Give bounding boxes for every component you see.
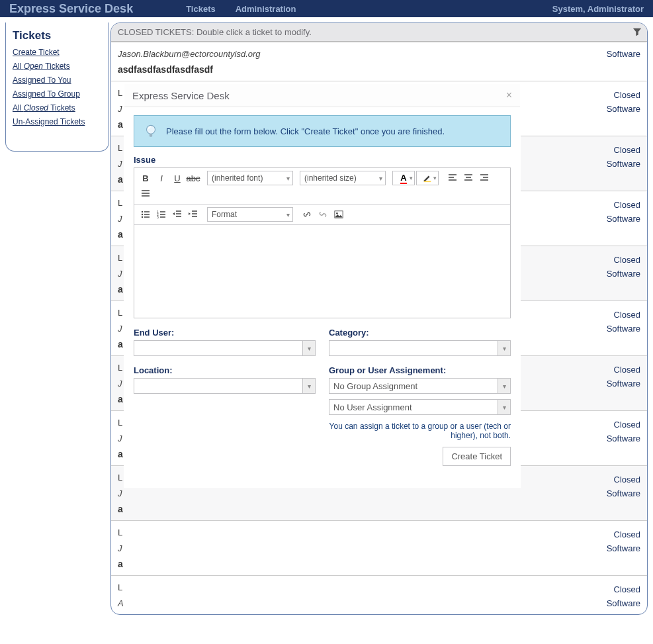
ticket-subject: a [118,449,123,459]
bulb-icon [142,122,159,140]
ticket-email: J [118,434,122,443]
location-select[interactable] [134,378,316,394]
grid-toolbar-text: CLOSED TICKETS: Double click a ticket to… [118,27,312,37]
ticket-category: Software [607,269,640,279]
sidebar-assigned-group[interactable]: Assigned To Group [13,89,102,99]
ticket-subject: a [118,394,123,404]
header-bar: Express Service Desk Tickets Administrat… [0,0,653,17]
sidebar-create-ticket[interactable]: Create Ticket [13,48,102,57]
ticket-status: Closed [614,420,640,430]
ticket-status: Closed [614,584,640,594]
grid-toolbar: CLOSED TICKETS: Double click a ticket to… [111,23,647,42]
rich-text-editor: B I U abc (inherited font) (inherited si… [134,167,511,318]
ticket-subject: asdfasdfasdfasdfasdf [118,64,213,75]
ticket-email: J [118,379,122,389]
nav-tickets[interactable]: Tickets [186,4,216,14]
ticket-status: Closed [614,145,640,155]
ticket-email: J [118,104,122,114]
ticket-subject: a [118,229,123,240]
highlight-color-button[interactable] [416,171,439,185]
link-button[interactable] [300,207,314,222]
ticket-location: L [118,308,122,318]
ticket-status: Closed [614,310,640,320]
ticket-email: Jason.Blackburn@ectorcountyisd.org [118,49,261,59]
notice-box: Please fill out the form below. Click "C… [134,115,511,147]
ticket-category: Software [607,598,640,608]
svg-rect-1 [150,134,152,136]
group-assignment-label: Group or User Assignement: [329,365,511,375]
sidebar-title: Tickets [13,29,102,42]
ticket-subject: a [118,504,123,514]
font-select[interactable]: (inherited font) [207,171,293,185]
ticket-category: Software [607,324,640,334]
filter-icon[interactable] [632,27,642,36]
sidebar-unassigned[interactable]: Un-Assigned Tickets [13,117,102,126]
align-justify-button[interactable] [138,187,153,201]
ticket-category: Software [607,159,640,169]
brand-title: Express Service Desk [9,2,133,16]
ticket-status: Closed [614,365,640,375]
indent-button[interactable] [186,207,200,222]
ticket-category: Software [607,104,640,114]
notice-text: Please fill out the form below. Click "C… [166,126,445,136]
align-center-button[interactable] [461,171,476,185]
ticket-email: A [118,598,124,608]
align-right-button[interactable] [477,171,492,185]
ticket-subject: a [118,284,123,295]
group-select[interactable]: No Group Assignment [329,378,511,394]
end-user-select[interactable] [134,340,316,356]
sidebar-all-closed[interactable]: All Closed Tickets [13,103,102,113]
svg-point-4 [142,214,143,215]
svg-rect-2 [424,181,431,182]
ticket-location: L [118,363,122,373]
ticket-subject: a [118,174,123,185]
ticket-subject: a [118,119,123,130]
size-select[interactable]: (inherited size) [300,171,386,185]
format-select[interactable]: Format [207,207,293,222]
italic-button[interactable]: I [154,171,169,185]
category-select[interactable] [329,340,511,356]
end-user-label: End User: [134,328,316,338]
ticket-location: L [118,198,122,208]
ticket-category: Software [607,543,640,553]
bold-button[interactable]: B [138,171,153,185]
ticket-status: Closed [614,475,640,484]
ticket-location: L [118,528,122,537]
unordered-list-button[interactable] [138,207,153,222]
ticket-category: Software [607,214,640,224]
sidebar-assigned-you[interactable]: Assigned To You [13,75,102,85]
ordered-list-button[interactable]: 123 [154,207,169,222]
ticket-category: Software [607,379,640,389]
create-ticket-button[interactable]: Create Ticket [443,447,511,466]
issue-textarea[interactable] [134,225,510,318]
outdent-button[interactable] [170,207,185,222]
ticket-row[interactable]: LClosedASoftware [111,575,647,614]
ticket-category: Software [607,434,640,443]
ticket-location: L [118,473,122,483]
ticket-category: Software [607,488,640,498]
header-user[interactable]: System, Administrator [552,4,644,14]
ticket-location: L [118,88,122,98]
ticket-email: J [118,543,122,553]
image-button[interactable] [331,207,346,222]
header-nav: Tickets Administration [186,4,296,14]
ticket-subject: a [118,559,123,569]
nav-administration[interactable]: Administration [236,4,296,14]
strike-button[interactable]: abc [186,171,200,185]
user-assignment-select[interactable]: No User Assignment [329,399,511,415]
ticket-row[interactable]: Jason.Blackburn@ectorcountyisd.orgSoftwa… [111,42,647,81]
text-color-button[interactable]: A [392,171,415,185]
sidebar-all-open[interactable]: All Open Tickets [13,62,102,71]
svg-text:3: 3 [157,215,159,219]
ticket-row[interactable]: LClosedJSoftwarea [111,520,647,575]
category-field-label: Category: [329,328,511,338]
ticket-email: J [118,269,122,279]
underline-button[interactable]: U [170,171,185,185]
close-icon[interactable]: × [506,89,512,101]
ticket-email: J [118,159,122,169]
align-left-button[interactable] [445,171,460,185]
unlink-button[interactable] [316,207,330,222]
ticket-email: J [118,324,122,334]
svg-point-10 [336,212,338,214]
ticket-location: L [118,143,122,153]
